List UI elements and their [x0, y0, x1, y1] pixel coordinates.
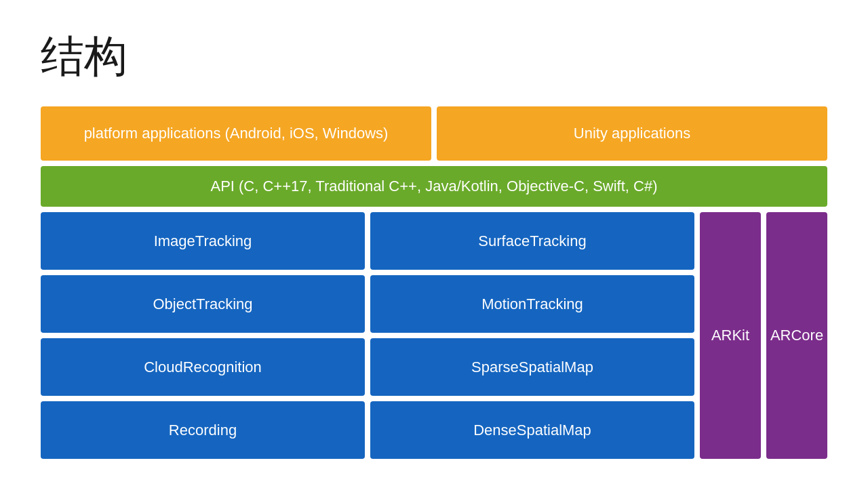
grid-row-2: ObjectTracking MotionTracking [41, 275, 694, 333]
page-container: 结构 platform applications (Android, iOS, … [0, 0, 868, 486]
left-grid: ImageTracking SurfaceTracking ObjectTrac… [41, 212, 694, 459]
unity-applications-cell: Unity applications [437, 106, 827, 161]
dense-spatial-map-cell: DenseSpatialMap [370, 401, 694, 459]
top-row: platform applications (Android, iOS, Win… [41, 106, 827, 161]
object-tracking-cell: ObjectTracking [41, 275, 365, 333]
grid-row-3: CloudRecognition SparseSpatialMap [41, 338, 694, 396]
platform-applications-cell: platform applications (Android, iOS, Win… [41, 106, 431, 161]
image-tracking-cell: ImageTracking [41, 212, 365, 270]
grid-row-4: Recording DenseSpatialMap [41, 401, 694, 459]
grid-row-1: ImageTracking SurfaceTracking [41, 212, 694, 270]
surface-tracking-cell: SurfaceTracking [370, 212, 694, 270]
cloud-recognition-cell: CloudRecognition [41, 338, 365, 396]
api-row: API (C, C++17, Traditional C++, Java/Kot… [41, 166, 827, 207]
arkit-panel: ARKit [700, 212, 761, 459]
api-cell: API (C, C++17, Traditional C++, Java/Kot… [41, 166, 827, 207]
architecture-diagram: platform applications (Android, iOS, Win… [41, 106, 827, 459]
main-content: ImageTracking SurfaceTracking ObjectTrac… [41, 212, 827, 459]
sparse-spatial-map-cell: SparseSpatialMap [370, 338, 694, 396]
motion-tracking-cell: MotionTracking [370, 275, 694, 333]
right-panels: ARKit ARCore [700, 212, 827, 459]
page-title: 结构 [41, 27, 827, 86]
recording-cell: Recording [41, 401, 365, 459]
arcore-panel: ARCore [766, 212, 827, 459]
